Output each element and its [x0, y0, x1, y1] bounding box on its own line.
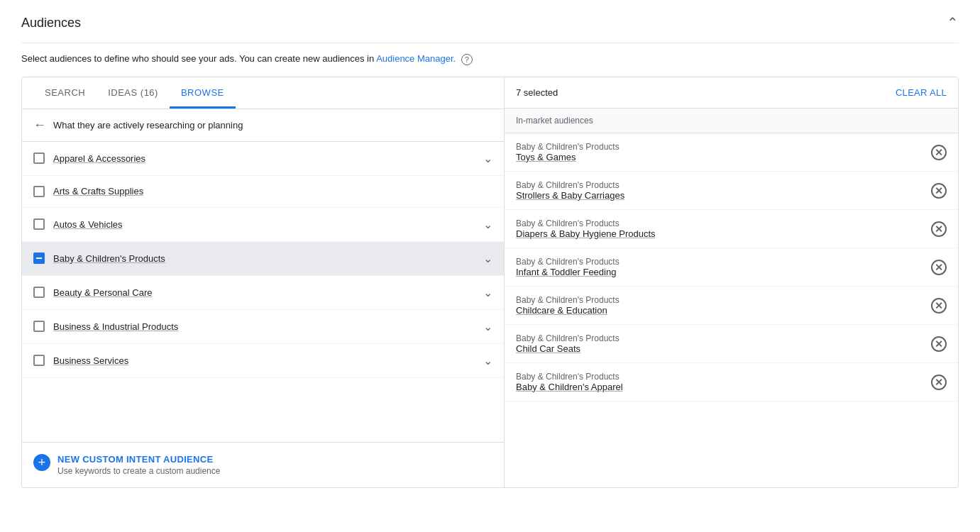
- category-checkbox-arts[interactable]: [33, 186, 45, 197]
- selected-item-name-2: Diapers & Baby Hygiene Products: [516, 228, 925, 239]
- selected-item-text-4: Baby & Children's Products Childcare & E…: [516, 295, 925, 316]
- selected-item-car-seats: Baby & Children's Products Child Car Sea…: [505, 325, 958, 363]
- selected-item-category-4: Baby & Children's Products: [516, 295, 925, 305]
- action-main-text: NEW CUSTOM INTENT AUDIENCE: [57, 454, 220, 465]
- selected-item-text-3: Baby & Children's Products Infant & Todd…: [516, 257, 925, 277]
- category-item-apparel[interactable]: Apparel & Accessories ⌄: [22, 142, 504, 176]
- remove-button-2[interactable]: ✕: [931, 221, 947, 237]
- right-pane: 7 selected CLEAR ALL In-market audiences…: [505, 77, 958, 487]
- chevron-down-icon-baby: ⌄: [483, 252, 492, 265]
- remove-button-3[interactable]: ✕: [931, 260, 947, 275]
- plus-icon[interactable]: +: [33, 454, 50, 471]
- category-checkbox-business-industrial[interactable]: [33, 321, 45, 332]
- selected-item-strollers: Baby & Children's Products Strollers & B…: [505, 172, 958, 210]
- selected-item-baby-apparel: Baby & Children's Products Baby & Childr…: [505, 363, 958, 401]
- selected-item-infant-feeding: Baby & Children's Products Infant & Todd…: [505, 248, 958, 287]
- category-label-autos: Autos & Vehicles: [53, 219, 475, 230]
- selected-item-toys-games: Baby & Children's Products Toys & Games …: [505, 133, 958, 172]
- selected-item-text-5: Baby & Children's Products Child Car Sea…: [516, 333, 925, 354]
- right-pane-header: 7 selected CLEAR ALL: [505, 77, 958, 109]
- category-label-arts: Arts & Crafts Supplies: [53, 186, 492, 196]
- selected-item-name-5: Child Car Seats: [516, 343, 925, 354]
- selected-item-text-6: Baby & Children's Products Baby & Childr…: [516, 372, 925, 392]
- category-label-baby: Baby & Children's Products: [53, 253, 475, 264]
- remove-button-5[interactable]: ✕: [931, 336, 947, 352]
- selected-item-name-0: Toys & Games: [516, 152, 925, 162]
- clear-all-button[interactable]: CLEAR ALL: [896, 87, 947, 98]
- remove-button-0[interactable]: ✕: [931, 145, 947, 160]
- selected-count: 7 selected: [516, 87, 558, 98]
- tabs: SEARCH IDEAS (16) BROWSE: [22, 77, 504, 109]
- action-text-container: NEW CUSTOM INTENT AUDIENCE Use keywords …: [57, 454, 220, 476]
- chevron-down-icon-autos: ⌄: [483, 218, 492, 231]
- category-label-apparel: Apparel & Accessories: [53, 153, 475, 164]
- selected-item-diapers: Baby & Children's Products Diapers & Bab…: [505, 210, 958, 248]
- chevron-down-icon-business-services: ⌄: [483, 354, 492, 367]
- category-list: Apparel & Accessories ⌄ Arts & Crafts Su…: [22, 142, 504, 442]
- remove-button-1[interactable]: ✕: [931, 183, 947, 199]
- tab-ideas[interactable]: IDEAS (16): [97, 77, 170, 109]
- page-title: Audiences: [21, 16, 81, 31]
- category-item-arts[interactable]: Arts & Crafts Supplies: [22, 176, 504, 208]
- category-checkbox-beauty[interactable]: [33, 287, 45, 298]
- selected-item-category-5: Baby & Children's Products: [516, 333, 925, 343]
- selected-item-category-1: Baby & Children's Products: [516, 180, 925, 190]
- category-item-business-services[interactable]: Business Services ⌄: [22, 344, 504, 378]
- category-label-business-industrial: Business & Industrial Products: [53, 321, 475, 332]
- new-custom-intent-action[interactable]: + NEW CUSTOM INTENT AUDIENCE Use keyword…: [22, 442, 504, 487]
- category-checkbox-baby[interactable]: [33, 253, 45, 264]
- category-label-beauty: Beauty & Personal Care: [53, 287, 475, 298]
- chevron-down-icon-apparel: ⌄: [483, 152, 492, 165]
- selected-item-name-6: Baby & Children's Apparel: [516, 382, 925, 392]
- selected-item-name-1: Strollers & Baby Carriages: [516, 190, 925, 201]
- breadcrumb-text: What they are actively researching or pl…: [53, 120, 243, 131]
- selected-item-text-1: Baby & Children's Products Strollers & B…: [516, 180, 925, 201]
- category-label-business-services: Business Services: [53, 355, 475, 366]
- chevron-down-icon-business-industrial: ⌄: [483, 320, 492, 333]
- selected-item-childcare: Baby & Children's Products Childcare & E…: [505, 287, 958, 325]
- selected-item-category-0: Baby & Children's Products: [516, 142, 925, 152]
- tab-search[interactable]: SEARCH: [33, 77, 97, 109]
- audiences-header: Audiences ⌃: [21, 14, 959, 43]
- breadcrumb: ← What they are actively researching or …: [22, 109, 504, 142]
- selected-item-name-3: Infant & Toddler Feeding: [516, 267, 925, 277]
- category-item-baby[interactable]: Baby & Children's Products ⌄: [22, 242, 504, 276]
- audience-manager-link[interactable]: Audience Manager.: [376, 53, 456, 64]
- remove-button-6[interactable]: ✕: [931, 375, 947, 390]
- selected-item-category-2: Baby & Children's Products: [516, 218, 925, 228]
- help-icon[interactable]: ?: [461, 54, 473, 65]
- category-item-business-industrial[interactable]: Business & Industrial Products ⌄: [22, 310, 504, 344]
- selected-item-category-3: Baby & Children's Products: [516, 257, 925, 267]
- back-arrow-icon[interactable]: ←: [33, 118, 46, 133]
- remove-button-4[interactable]: ✕: [931, 298, 947, 314]
- category-checkbox-apparel[interactable]: [33, 153, 45, 164]
- category-checkbox-business-services[interactable]: [33, 355, 45, 366]
- selected-list: Baby & Children's Products Toys & Games …: [505, 133, 958, 487]
- action-sub-text: Use keywords to create a custom audience: [57, 466, 220, 476]
- selected-item-text-0: Baby & Children's Products Toys & Games: [516, 142, 925, 162]
- subtitle-text: Select audiences to define who should se…: [21, 53, 376, 64]
- collapse-icon[interactable]: ⌃: [947, 14, 959, 31]
- main-panel: SEARCH IDEAS (16) BROWSE ← What they are…: [21, 77, 959, 488]
- subtitle: Select audiences to define who should se…: [21, 53, 959, 65]
- chevron-down-icon-beauty: ⌄: [483, 286, 492, 299]
- selected-item-text-2: Baby & Children's Products Diapers & Bab…: [516, 218, 925, 239]
- category-item-beauty[interactable]: Beauty & Personal Care ⌄: [22, 276, 504, 310]
- section-label: In-market audiences: [505, 109, 958, 133]
- tab-browse[interactable]: BROWSE: [170, 77, 236, 109]
- left-pane: SEARCH IDEAS (16) BROWSE ← What they are…: [22, 77, 505, 487]
- category-checkbox-autos[interactable]: [33, 218, 45, 230]
- category-item-autos[interactable]: Autos & Vehicles ⌄: [22, 208, 504, 242]
- selected-item-name-4: Childcare & Education: [516, 305, 925, 316]
- selected-item-category-6: Baby & Children's Products: [516, 372, 925, 382]
